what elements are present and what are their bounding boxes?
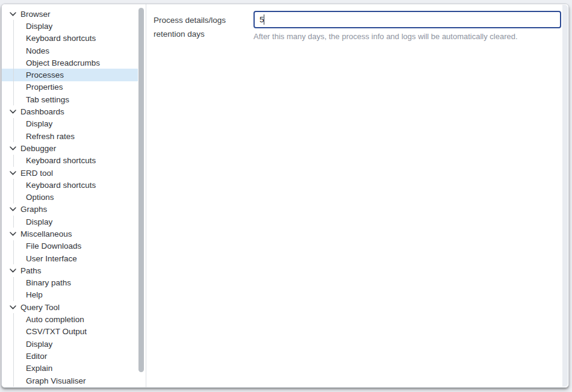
tree-group-query-tool[interactable]: Query Tool xyxy=(2,301,138,313)
tree-item-tab-settings[interactable]: Tab settings xyxy=(2,93,138,105)
tree-item-editor[interactable]: Editor xyxy=(2,350,138,362)
tree-item-processes[interactable]: Processes xyxy=(2,69,138,81)
chevron-down-icon[interactable] xyxy=(10,305,16,310)
field-label: Process details/logs retention days xyxy=(154,11,253,41)
tree-item-display[interactable]: Display xyxy=(2,20,138,32)
tree-group-label: Dashboards xyxy=(20,107,64,116)
tree-group: Debugger Keyboard shortcuts xyxy=(2,142,146,167)
tree-group-label: Miscellaneous xyxy=(20,229,72,238)
tree-item-file-downloads[interactable]: File Downloads xyxy=(2,240,138,252)
chevron-down-icon[interactable] xyxy=(10,171,16,175)
tree-group-label: Debugger xyxy=(20,144,56,153)
chevron-down-icon[interactable] xyxy=(10,110,16,114)
tree-scrollbar-thumb[interactable] xyxy=(138,8,144,372)
tree-item-object-breadcrumbs[interactable]: Object Breadcrumbs xyxy=(2,57,138,69)
tree-item-explain[interactable]: Explain xyxy=(2,362,138,375)
tree-group-browser[interactable]: Browser xyxy=(2,8,138,20)
tree-group-paths[interactable]: Paths xyxy=(2,264,138,276)
preferences-tree: Browser Display Keyboard shortcuts Nodes… xyxy=(2,4,146,387)
tree-group: ERD tool Keyboard shortcuts Options xyxy=(2,167,146,204)
tree-item-properties[interactable]: Properties xyxy=(2,81,138,93)
tree-item-keyboard-shortcuts[interactable]: Keyboard shortcuts xyxy=(2,179,138,191)
tree-group-label: ERD tool xyxy=(20,169,53,178)
field-help-text: After this many days, the process info a… xyxy=(253,32,561,41)
tree-group: Graphs Display xyxy=(2,204,146,228)
tree-group: Dashboards Display Refresh rates xyxy=(2,105,146,142)
tree-item-options[interactable]: Options xyxy=(2,191,138,203)
tree-item-nodes[interactable]: Nodes xyxy=(2,45,138,57)
tree-group-graphs[interactable]: Graphs xyxy=(2,204,138,216)
tree-item-auto-completion[interactable]: Auto completion xyxy=(2,313,138,325)
tree-item-help[interactable]: Help xyxy=(2,289,138,301)
tree-group: Browser Display Keyboard shortcuts Nodes… xyxy=(2,8,146,105)
tree-group-debugger[interactable]: Debugger xyxy=(2,142,138,154)
preferences-content: Process details/logs retention days Afte… xyxy=(146,4,568,387)
tree-group-label: Paths xyxy=(20,266,42,275)
chevron-down-icon[interactable] xyxy=(10,146,16,151)
tree-item-user-interface[interactable]: User Interface xyxy=(2,252,138,264)
tree-item-keyboard-shortcuts[interactable]: Keyboard shortcuts xyxy=(2,155,138,167)
chevron-down-icon[interactable] xyxy=(10,12,16,16)
tree-item-graph-visualiser[interactable]: Graph Visualiser xyxy=(2,375,138,387)
tree-item-keyboard-shortcuts[interactable]: Keyboard shortcuts xyxy=(2,33,138,45)
tree-group-label: Browser xyxy=(20,10,51,19)
tree-item-csv-txt-output[interactable]: CSV/TXT Output xyxy=(2,326,138,338)
tree-item-binary-paths[interactable]: Binary paths xyxy=(2,277,138,289)
chevron-down-icon[interactable] xyxy=(10,207,16,211)
tree-item-display[interactable]: Display xyxy=(2,216,138,228)
tree-group-label: Query Tool xyxy=(20,303,60,312)
tree-group-miscellaneous[interactable]: Miscellaneous xyxy=(2,228,138,240)
chevron-down-icon[interactable] xyxy=(10,269,16,273)
text-cursor xyxy=(264,14,264,25)
preferences-dialog: Browser Display Keyboard shortcuts Nodes… xyxy=(1,4,569,388)
tree-group-label: Graphs xyxy=(20,205,47,214)
retention-days-input[interactable] xyxy=(253,11,561,28)
tree-group-dashboards[interactable]: Dashboards xyxy=(2,105,138,117)
tree-item-display[interactable]: Display xyxy=(2,338,138,350)
tree-group: Miscellaneous File Downloads User Interf… xyxy=(2,228,146,264)
tree-group-erd-tool[interactable]: ERD tool xyxy=(2,167,138,179)
preference-field-row: Process details/logs retention days Afte… xyxy=(154,11,561,41)
tree-group: Query Tool Auto completion CSV/TXT Outpu… xyxy=(2,301,146,387)
tree-item-display[interactable]: Display xyxy=(2,118,138,130)
content-scrollbar-track[interactable] xyxy=(562,5,568,387)
chevron-down-icon[interactable] xyxy=(10,232,16,236)
tree-item-refresh-rates[interactable]: Refresh rates xyxy=(2,130,138,142)
tree-group: Paths Binary paths Help xyxy=(2,264,146,301)
